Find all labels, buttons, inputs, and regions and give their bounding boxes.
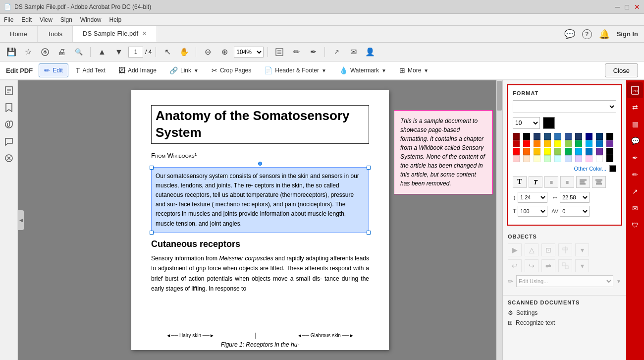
- bookmark-btn[interactable]: ☆: [21, 45, 36, 60]
- zoom-in-btn[interactable]: ⊕: [217, 45, 232, 60]
- line-spacing-select[interactable]: 1.24: [518, 192, 547, 203]
- char-spacing-select[interactable]: 22.58: [560, 192, 590, 203]
- notification-icon[interactable]: 🔔: [599, 29, 610, 40]
- list-bullet-btn[interactable]: ≡: [544, 176, 558, 188]
- sidebar-icon-attachments[interactable]: [1, 117, 16, 132]
- color-cell[interactable]: [523, 133, 530, 140]
- color-cell[interactable]: [575, 140, 582, 147]
- text-scale-select[interactable]: 100: [518, 206, 547, 217]
- share-btn[interactable]: ↗: [329, 45, 344, 60]
- menu-file[interactable]: File: [4, 16, 13, 23]
- color-cell[interactable]: [523, 140, 530, 147]
- edit-using-select[interactable]: Edit Using...: [516, 275, 613, 287]
- color-cell[interactable]: [596, 148, 603, 155]
- color-cell[interactable]: [565, 140, 572, 147]
- maximize-btn[interactable]: □: [625, 3, 629, 11]
- color-cell[interactable]: [523, 148, 530, 155]
- minimize-btn[interactable]: ─: [615, 3, 620, 11]
- color-cell[interactable]: [575, 148, 582, 155]
- page-number-input[interactable]: [128, 47, 143, 58]
- color-cell[interactable]: [596, 140, 603, 147]
- far-right-layout[interactable]: ▦: [627, 116, 643, 132]
- far-right-comment[interactable]: 💬: [627, 133, 643, 149]
- far-right-send[interactable]: ✉: [627, 200, 643, 216]
- color-cell[interactable]: [606, 155, 613, 162]
- menu-edit[interactable]: Edit: [21, 16, 32, 23]
- color-cell[interactable]: [554, 148, 561, 155]
- color-cell[interactable]: [586, 133, 592, 140]
- color-cell[interactable]: [554, 155, 561, 162]
- left-collapse-handle[interactable]: ◀: [18, 210, 24, 230]
- tab-document[interactable]: DS Sample File.pdf ✕: [73, 26, 157, 42]
- far-right-pdf[interactable]: PDF: [627, 82, 643, 98]
- color-cell[interactable]: [606, 133, 613, 140]
- color-cell[interactable]: [523, 155, 530, 162]
- edit-tool-more[interactable]: ⊞ More ▼: [394, 63, 434, 77]
- list-numbered-btn[interactable]: ≡: [560, 176, 574, 188]
- far-right-compare[interactable]: ⇄: [627, 99, 643, 115]
- color-cell[interactable]: [513, 133, 520, 140]
- text-style-italic[interactable]: T: [529, 176, 542, 188]
- handle-bottom-right[interactable]: [367, 231, 371, 235]
- edit-tool-headerfooter[interactable]: 📄 Header & Footer ▼: [259, 63, 332, 77]
- other-color-swatch[interactable]: [609, 165, 616, 172]
- color-swatch[interactable]: [543, 117, 555, 129]
- color-cell[interactable]: [565, 133, 572, 140]
- color-cell[interactable]: [596, 133, 603, 140]
- edit-tool-crop[interactable]: ✂ Crop Pages: [206, 63, 257, 77]
- color-cell[interactable]: [565, 155, 572, 162]
- mail-btn[interactable]: ✉: [346, 45, 361, 60]
- recognize-row[interactable]: ⊞ Recognize text: [508, 319, 621, 326]
- tool-btn3[interactable]: ✒: [306, 45, 321, 60]
- edit-tool-addtext[interactable]: T Add Text: [70, 63, 111, 77]
- tool-btn2[interactable]: ✏: [289, 45, 304, 60]
- color-cell[interactable]: [575, 133, 582, 140]
- settings-row[interactable]: ⚙ Settings: [508, 309, 621, 316]
- handle-bottom-left[interactable]: [150, 231, 154, 235]
- color-cell[interactable]: [554, 133, 561, 140]
- color-cell[interactable]: [534, 133, 540, 140]
- text-style-serif[interactable]: T: [513, 176, 527, 188]
- color-cell[interactable]: [586, 140, 592, 147]
- zoom-fit-btn[interactable]: 🔍: [71, 45, 86, 60]
- menu-view[interactable]: View: [40, 16, 53, 23]
- pdf-text-selection-box[interactable]: Our somatosensory system consists of sen…: [151, 167, 369, 233]
- tab-home[interactable]: Home: [0, 26, 38, 42]
- far-right-share[interactable]: ↗: [627, 183, 643, 199]
- sidebar-icon-tools[interactable]: [1, 151, 16, 166]
- color-cell[interactable]: [596, 155, 603, 162]
- far-right-fillsign[interactable]: ✒: [627, 150, 643, 166]
- tab-close-icon[interactable]: ✕: [142, 30, 147, 37]
- close-button[interactable]: Close: [605, 63, 638, 77]
- handle-top-left[interactable]: [150, 166, 154, 170]
- save-btn[interactable]: 💾: [4, 45, 19, 60]
- sign-in-button[interactable]: Sign In: [617, 30, 638, 38]
- help-icon[interactable]: ?: [582, 29, 592, 39]
- color-cell[interactable]: [606, 148, 613, 155]
- scrollbar[interactable]: [496, 80, 502, 360]
- font-size-select[interactable]: 10 8 12: [513, 117, 540, 129]
- color-cell[interactable]: [513, 140, 520, 147]
- menu-help[interactable]: Help: [109, 16, 122, 23]
- sidebar-icon-pages[interactable]: [1, 83, 16, 98]
- far-right-shield[interactable]: 🛡: [627, 217, 643, 233]
- edit-tool-watermark[interactable]: 💧 Watermark ▼: [334, 63, 392, 77]
- color-cell[interactable]: [565, 148, 572, 155]
- hand-tool[interactable]: ✋: [177, 45, 192, 60]
- next-page-btn[interactable]: ▼: [111, 45, 126, 60]
- far-right-pencil[interactable]: ✏: [627, 167, 643, 182]
- edit-tool-addimage[interactable]: 🖼 Add Image: [113, 63, 162, 77]
- color-cell[interactable]: [544, 148, 551, 155]
- prev-page-btn[interactable]: ▲: [95, 45, 109, 60]
- scrollbar-thumb[interactable]: [497, 81, 502, 111]
- menu-window[interactable]: Window: [80, 16, 102, 23]
- color-cell[interactable]: [513, 155, 520, 162]
- edit-tool-edit[interactable]: ✏ Edit: [39, 63, 68, 77]
- comment-icon[interactable]: 💬: [564, 29, 575, 40]
- sidebar-icon-comments[interactable]: [1, 134, 16, 149]
- color-cell[interactable]: [586, 148, 592, 155]
- upload-btn[interactable]: [38, 45, 53, 60]
- align-left-btn[interactable]: [576, 176, 590, 188]
- print-btn[interactable]: 🖨: [54, 45, 69, 60]
- top-handle-circle[interactable]: [258, 162, 262, 166]
